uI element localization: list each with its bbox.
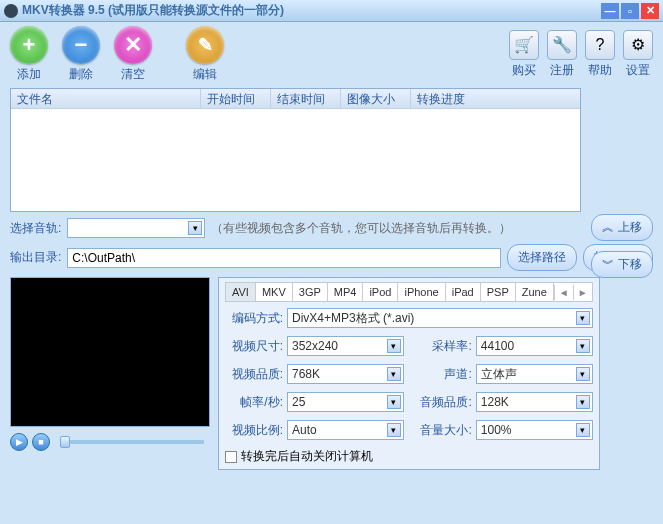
add-button[interactable]: + 添加: [10, 26, 48, 83]
preview-video: [10, 277, 210, 427]
videoquality-select[interactable]: 768K▾: [287, 364, 404, 384]
output-row: 输出目录: C:\OutPath\ 选择路径 打开路径: [10, 244, 653, 271]
tab-prev[interactable]: ◄: [554, 285, 573, 300]
audiotrack-select[interactable]: ▾: [67, 218, 205, 238]
chevron-up-icon: ︽: [602, 219, 614, 236]
encode-select[interactable]: DivX4+MP3格式 (*.avi)▾: [287, 308, 593, 328]
audioquality-select[interactable]: 128K▾: [476, 392, 593, 412]
dropdown-icon: ▾: [387, 339, 401, 353]
tab-mp4[interactable]: MP4: [328, 283, 364, 301]
seek-slider[interactable]: [60, 440, 204, 444]
key-icon: 🔧: [547, 30, 577, 60]
tab-next[interactable]: ►: [573, 285, 592, 300]
shutdown-checkbox[interactable]: 转换完后自动关闭计算机: [225, 448, 593, 465]
move-down-button[interactable]: ︾下移: [591, 251, 653, 278]
audiotrack-row: 选择音轨: ▾ （有些视频包含多个音轨，您可以选择音轨后再转换。）: [10, 218, 653, 238]
col-size[interactable]: 图像大小: [341, 89, 411, 108]
list-body[interactable]: [11, 109, 580, 211]
x-icon: ✕: [114, 26, 152, 64]
help-icon: ?: [585, 30, 615, 60]
volume-select[interactable]: 100%▾: [476, 420, 593, 440]
window-title: MKV转换器 9.5 (试用版只能转换源文件的一部分): [22, 2, 601, 19]
settings-button[interactable]: ⚙设置: [623, 30, 653, 79]
maximize-button[interactable]: ▫: [621, 3, 639, 19]
dropdown-icon: ▾: [387, 367, 401, 381]
dropdown-icon: ▾: [576, 339, 590, 353]
col-progress[interactable]: 转换进度: [411, 89, 580, 108]
dropdown-icon: ▾: [188, 221, 202, 235]
audiotrack-hint: （有些视频包含多个音轨，您可以选择音轨后再转换。）: [211, 220, 511, 237]
file-list: 文件名 开始时间 结束时间 图像大小 转换进度: [10, 88, 581, 212]
tab-3gp[interactable]: 3GP: [293, 283, 328, 301]
tab-mkv[interactable]: MKV: [256, 283, 293, 301]
app-icon: [4, 4, 18, 18]
main-toolbar: + 添加 − 删除 ✕ 清空 ✎ 编辑 🛒购买 🔧注册 ?帮助 ⚙设置: [0, 22, 663, 86]
register-button[interactable]: 🔧注册: [547, 30, 577, 79]
channel-select[interactable]: 立体声▾: [476, 364, 593, 384]
cart-icon: 🛒: [509, 30, 539, 60]
dropdown-icon: ▾: [576, 423, 590, 437]
play-button[interactable]: ▶: [10, 433, 28, 451]
dropdown-icon: ▾: [576, 395, 590, 409]
slider-thumb[interactable]: [60, 436, 70, 448]
col-end[interactable]: 结束时间: [271, 89, 341, 108]
samplerate-select[interactable]: 44100▾: [476, 336, 593, 356]
dropdown-icon: ▾: [387, 395, 401, 409]
col-filename[interactable]: 文件名: [11, 89, 201, 108]
help-button[interactable]: ?帮助: [585, 30, 615, 79]
dropdown-icon: ▾: [576, 311, 590, 325]
tab-iphone[interactable]: iPhone: [398, 283, 445, 301]
dropdown-icon: ▾: [576, 367, 590, 381]
tab-zune[interactable]: Zune: [516, 283, 554, 301]
clear-button[interactable]: ✕ 清空: [114, 26, 152, 83]
tab-ipad[interactable]: iPad: [446, 283, 481, 301]
fps-select[interactable]: 25▾: [287, 392, 404, 412]
stop-button[interactable]: ■: [32, 433, 50, 451]
output-path-input[interactable]: C:\OutPath\: [67, 248, 501, 268]
preview-controls: ▶ ■: [10, 433, 210, 451]
list-header: 文件名 开始时间 结束时间 图像大小 转换进度: [11, 89, 580, 109]
col-start[interactable]: 开始时间: [201, 89, 271, 108]
title-bar: MKV转换器 9.5 (试用版只能转换源文件的一部分) — ▫ ✕: [0, 0, 663, 22]
checkbox-icon: [225, 451, 237, 463]
format-tabs: AVI MKV 3GP MP4 iPod iPhone iPad PSP Zun…: [225, 282, 593, 302]
edit-button[interactable]: ✎ 编辑: [186, 26, 224, 83]
move-up-button[interactable]: ︽上移: [591, 214, 653, 241]
chevron-down-icon: ︾: [602, 256, 614, 273]
tab-ipod[interactable]: iPod: [363, 283, 398, 301]
close-button[interactable]: ✕: [641, 3, 659, 19]
dropdown-icon: ▾: [387, 423, 401, 437]
tab-psp[interactable]: PSP: [481, 283, 516, 301]
buy-button[interactable]: 🛒购买: [509, 30, 539, 79]
minimize-button[interactable]: —: [601, 3, 619, 19]
remove-button[interactable]: − 删除: [62, 26, 100, 83]
plus-icon: +: [10, 26, 48, 64]
videosize-select[interactable]: 352x240▾: [287, 336, 404, 356]
edit-icon: ✎: [186, 26, 224, 64]
choose-path-button[interactable]: 选择路径: [507, 244, 577, 271]
gear-icon: ⚙: [623, 30, 653, 60]
ratio-select[interactable]: Auto▾: [287, 420, 404, 440]
tab-avi[interactable]: AVI: [226, 283, 256, 301]
minus-icon: −: [62, 26, 100, 64]
format-settings: AVI MKV 3GP MP4 iPod iPhone iPad PSP Zun…: [218, 277, 600, 470]
